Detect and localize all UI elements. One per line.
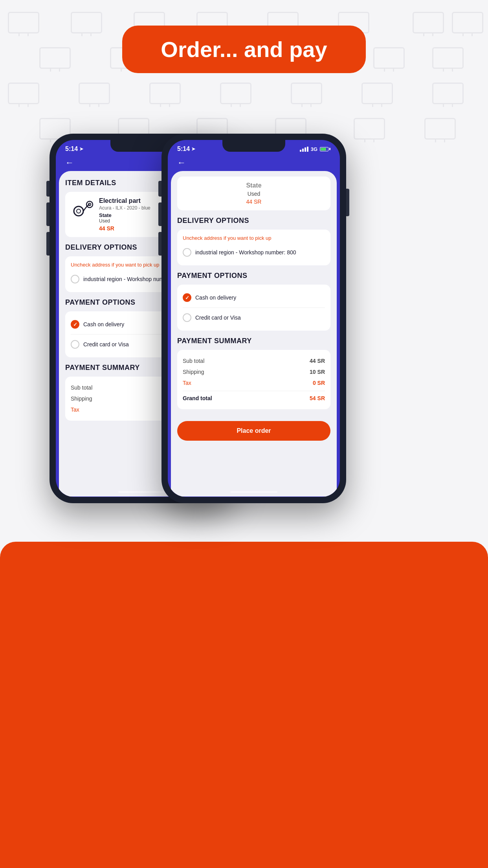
network-type: 3G: [311, 146, 317, 152]
bg-monitor-7: [413, 12, 444, 33]
item-state-value: Used: [99, 218, 150, 224]
subtotal-label-left: Sub total: [71, 384, 92, 391]
phone-right: 5:14 ➤ 3G: [161, 134, 346, 503]
page-title: Order... and pay: [154, 37, 334, 62]
phone-right-power: [346, 189, 349, 216]
summary-card-right: Sub total 44 SR Shipping 10 SR Tax 0 SR …: [177, 350, 330, 409]
total-amount-right: 54 SR: [310, 395, 325, 401]
bg-monitor-22: [432, 83, 464, 104]
cash-label-left: Cash on delivery: [83, 321, 124, 327]
item-icon: [71, 197, 94, 221]
payment-card-right: Cash on delivery Credit card or Visa: [177, 285, 330, 331]
state-card-right: State Used 44 SR: [177, 177, 330, 210]
time-right: 5:14 ➤: [177, 145, 195, 153]
item-state-label: State: [99, 212, 150, 218]
delivery-option-right[interactable]: industrial region - Workshop number: 800: [183, 245, 325, 260]
cash-radio-left[interactable]: [71, 320, 79, 329]
phone-right-screen: 5:14 ➤ 3G: [168, 140, 340, 497]
phone-right-vol-up: [158, 181, 161, 197]
total-row-right: Grand total 54 SR: [183, 391, 325, 404]
bg-monitor-18: [149, 83, 181, 104]
payment-divider-right: [183, 307, 325, 308]
shipping-label-left: Shipping: [71, 395, 92, 402]
state-card-price: 44 SR: [183, 199, 324, 205]
bg-monitor-16: [8, 83, 39, 104]
time-left: 5:14 ➤: [65, 145, 83, 153]
bg-monitor-1: [8, 12, 39, 33]
screen-content-right: State Used 44 SR DELIVERY OPTIONS Unchec…: [171, 171, 337, 497]
cash-option-right[interactable]: Cash on delivery: [183, 290, 325, 305]
item-name: Electrical part: [99, 197, 150, 204]
tax-row-right: Tax 0 SR: [183, 377, 325, 388]
shipping-amount-right: 10 SR: [310, 369, 325, 375]
delivery-radio-right[interactable]: [183, 248, 191, 257]
card-radio-right[interactable]: [183, 313, 191, 322]
card-radio-left[interactable]: [71, 340, 79, 349]
tax-label-left: Tax: [71, 406, 79, 413]
gps-icon-right: ➤: [191, 146, 195, 152]
back-arrow-right[interactable]: ←: [168, 154, 340, 171]
phone-vol-down: [46, 202, 50, 226]
subtotal-amount-right: 44 SR: [310, 358, 325, 364]
card-label-right: Credit card or Visa: [195, 314, 241, 321]
tax-amount-right: 0 SR: [313, 380, 325, 386]
bg-monitor-15: [432, 47, 464, 69]
background-pattern: [0, 0, 488, 149]
payment-title-right: PAYMENT OPTIONS: [177, 272, 330, 280]
phone-silent: [46, 232, 50, 256]
battery-icon: [320, 147, 330, 151]
svg-point-0: [74, 206, 83, 216]
delivery-radio-left[interactable]: [71, 275, 79, 283]
subtotal-row-right: Sub total 44 SR: [183, 355, 325, 366]
phone-notch-right: [222, 140, 285, 152]
state-card-label: State: [183, 182, 324, 189]
delivery-option-text-right: industrial region - Workshop number: 800: [195, 249, 296, 256]
gps-icon-left: ➤: [79, 146, 83, 152]
svg-point-1: [77, 209, 81, 213]
home-indicator-left: [118, 491, 165, 493]
bg-monitor-9: [39, 47, 71, 69]
card-option-right[interactable]: Credit card or Visa: [183, 310, 325, 325]
bg-monitor-2: [71, 12, 102, 33]
phone-vol-up: [46, 181, 50, 197]
summary-title-right: PAYMENT SUMMARY: [177, 337, 330, 345]
total-label-right: Grand total: [183, 395, 212, 401]
tax-label-right: Tax: [183, 380, 191, 386]
subtotal-label-right: Sub total: [183, 358, 204, 364]
place-order-button[interactable]: Place order: [177, 421, 330, 441]
delivery-card-right: Uncheck address if you want to pick up i…: [177, 230, 330, 265]
phone-right-silent: [158, 232, 161, 256]
home-indicator-right: [230, 491, 277, 493]
bg-monitor-17: [79, 83, 110, 104]
bg-monitor-19: [220, 83, 251, 104]
shipping-label-right: Shipping: [183, 369, 204, 375]
signal-right: [300, 147, 308, 152]
bg-monitor-8: [452, 12, 483, 33]
bg-monitor-20: [291, 83, 322, 104]
header-banner: Order... and pay: [122, 26, 366, 73]
bg-monitor-21: [361, 83, 393, 104]
item-price: 44 SR: [99, 225, 150, 232]
shipping-row-right: Shipping 10 SR: [183, 366, 325, 377]
phones-container: 5:14 ➤ ← ITEM DETAILS: [28, 134, 460, 849]
cash-radio-right[interactable]: [183, 293, 191, 302]
bg-monitor-14: [373, 47, 405, 69]
state-card-value: Used: [183, 191, 324, 197]
card-label-left: Credit card or Visa: [83, 341, 129, 348]
cash-label-right: Cash on delivery: [195, 294, 236, 301]
item-desc: Acura - ILX - 2020 - blue: [99, 205, 150, 211]
delivery-title-right: DELIVERY OPTIONS: [177, 217, 330, 225]
phone-right-vol-down: [158, 202, 161, 226]
status-icons-right: 3G: [300, 146, 330, 152]
delivery-subtitle-right: Uncheck address if you want to pick up: [183, 235, 325, 241]
item-info: Electrical part Acura - ILX - 2020 - blu…: [99, 197, 150, 232]
